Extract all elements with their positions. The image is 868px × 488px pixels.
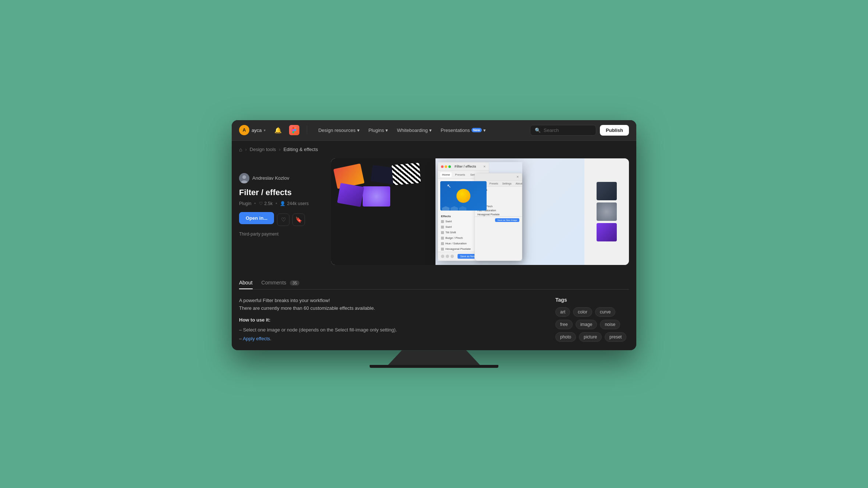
chevron-down-icon: ▾ — [483, 128, 486, 133]
minimize-dot — [445, 165, 447, 168]
navbar: A ayca ▾ 🔔 Design resources — [232, 120, 636, 141]
chevron-down-icon: ▾ — [264, 128, 266, 132]
tag-photo[interactable]: photo — [555, 332, 576, 342]
new-badge: New — [472, 128, 482, 132]
publish-button[interactable]: Publish — [600, 125, 629, 136]
hero-container: Filter / effects ✕ Home Presets Settings… — [331, 158, 629, 265]
ui-panel-header: Filter / effects ✕ — [438, 162, 489, 171]
plugin-title: Filter / effects — [239, 188, 320, 197]
tag-free[interactable]: free — [555, 320, 573, 329]
nav-plugins[interactable]: Plugins ▾ — [365, 125, 392, 135]
monitor-stand — [388, 350, 480, 365]
third-party-label: Third-party payment — [239, 232, 320, 237]
ui-tab-home[interactable]: Home — [440, 172, 452, 177]
hero-bg-right — [584, 158, 629, 265]
author-avatar — [239, 173, 249, 183]
bookmark-button[interactable]: 🔖 — [292, 214, 305, 226]
figma-logo-icon — [289, 125, 299, 135]
ui-panel-title: Filter / effects — [455, 165, 476, 168]
secondary-save-button[interactable]: Save as New Image — [495, 218, 519, 222]
comments-count: 35 — [290, 280, 299, 286]
close-dot — [441, 165, 444, 168]
search-icon: 🔍 — [535, 128, 541, 133]
tag-picture[interactable]: picture — [579, 332, 602, 342]
author-name: Andreslav Kozlov — [252, 175, 289, 181]
action-buttons: Open in... ♡ 🔖 — [239, 212, 320, 228]
step-2: – Apply effects. — [239, 334, 541, 343]
tag-art[interactable]: art — [555, 307, 570, 317]
nav-divider — [307, 126, 307, 134]
nav-links: Design resources ▾ Plugins ▾ Whiteboardi… — [314, 125, 523, 135]
ui-close-icon: ✕ — [483, 165, 486, 168]
how-to-label: How to use it: — [239, 317, 541, 323]
plugin-users: 👤 244k users — [280, 201, 309, 206]
nav-design-resources[interactable]: Design resources ▾ — [314, 125, 363, 135]
chevron-down-icon: ▾ — [385, 128, 388, 133]
tab-about[interactable]: About — [239, 280, 253, 289]
open-button[interactable]: Open in... — [239, 212, 274, 224]
step-1: – Select one image or node (depends on t… — [239, 326, 541, 334]
user-menu[interactable]: A ayca ▾ — [239, 125, 266, 135]
secondary-panel-header: ✕ — [475, 173, 522, 181]
tags-area: Tags art color curve free image noise ph… — [555, 297, 629, 343]
heart-icon: ♡ — [259, 201, 263, 206]
breadcrumb-separator: › — [245, 147, 246, 152]
plugin-ui-mockup: Filter / effects ✕ Home Presets Settings… — [438, 162, 522, 261]
tag-image[interactable]: image — [576, 320, 597, 329]
ui-circle-object — [456, 189, 470, 203]
home-icon[interactable]: ⌂ — [239, 147, 242, 152]
cursor-icon: ↖ — [447, 183, 451, 189]
breadcrumb-separator: › — [279, 147, 280, 152]
plugin-type: Plugin — [239, 201, 251, 206]
hex-decorations — [442, 206, 466, 211]
description-summary: A powerful Filter breaks into your workf… — [239, 297, 541, 312]
plugin-sidebar: Andreslav Kozlov Filter / effects Plugin… — [239, 158, 320, 265]
monitor-frame: A ayca ▾ 🔔 Design resources — [232, 120, 636, 368]
username-label: ayca — [252, 128, 262, 133]
nav-right: 🔍 Search Publish — [530, 125, 629, 136]
chevron-down-icon: ▾ — [429, 128, 432, 133]
nav-whiteboarding[interactable]: Whiteboarding ▾ — [393, 125, 435, 135]
search-box[interactable]: 🔍 Search — [530, 125, 596, 136]
users-icon: 👤 — [280, 201, 285, 206]
bookmark-icon: 🔖 — [295, 216, 302, 223]
tags-label: Tags — [555, 297, 629, 303]
description-area: A powerful Filter breaks into your workf… — [239, 297, 541, 343]
like-button[interactable]: ♡ — [277, 214, 289, 226]
tag-color[interactable]: color — [573, 307, 592, 317]
notification-bell-icon[interactable]: 🔔 — [274, 127, 282, 134]
breadcrumb: ⌂ › Design tools › Editing & effects — [232, 141, 636, 158]
hero-image: Filter / effects ✕ Home Presets Settings… — [331, 158, 629, 265]
nav-presentations[interactable]: Presentations New ▾ — [437, 125, 490, 135]
monitor-base — [370, 365, 498, 368]
tag-preset[interactable]: preset — [605, 332, 626, 342]
maximize-dot — [448, 165, 451, 168]
plugin-meta: Plugin • ♡ 2.5k • 👤 244k users — [239, 201, 320, 206]
tags-grid: art color curve free image noise photo p… — [555, 307, 629, 342]
author-row: Andreslav Kozlov — [239, 173, 320, 183]
bottom-grid: A powerful Filter breaks into your workf… — [239, 297, 629, 343]
search-label: Search — [544, 128, 559, 133]
breadcrumb-design-tools[interactable]: Design tools — [250, 147, 276, 152]
plugin-likes: ♡ 2.5k — [259, 201, 273, 206]
tag-noise[interactable]: noise — [600, 320, 620, 329]
ui-tab-presets[interactable]: Presets — [453, 172, 467, 177]
svg-point-1 — [242, 175, 246, 179]
tag-curve[interactable]: curve — [595, 307, 615, 317]
ui-canvas-preview: ↖ — [440, 181, 487, 211]
apply-effects-link[interactable]: Apply effects — [243, 336, 270, 341]
heart-icon: ♡ — [281, 216, 286, 223]
tab-comments[interactable]: Comments 35 — [262, 280, 300, 289]
bottom-section: About Comments 35 A powerful Filter brea… — [232, 272, 636, 350]
chevron-down-icon: ▾ — [357, 128, 360, 133]
hero-bg-left — [331, 158, 435, 265]
content-tabs: About Comments 35 — [239, 280, 629, 290]
main-content: Andreslav Kozlov Filter / effects Plugin… — [232, 158, 636, 272]
avatar: A — [239, 125, 249, 135]
breadcrumb-current: Editing & effects — [284, 147, 318, 152]
